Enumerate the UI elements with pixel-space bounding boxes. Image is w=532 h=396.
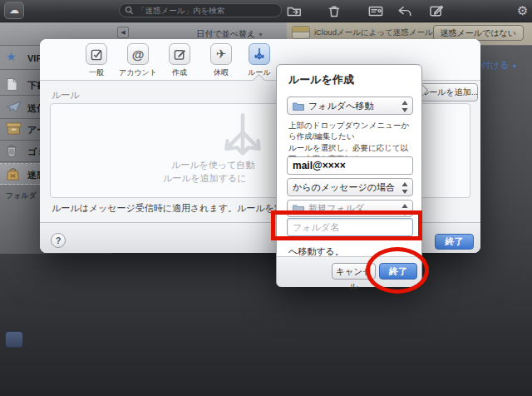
airplane-icon: ✈ — [210, 43, 232, 65]
trash-can-icon — [6, 144, 22, 158]
dimmed-background-icon — [5, 331, 23, 348]
flag-link-label: 付ける — [481, 60, 510, 70]
tab-composing[interactable]: 作成 — [159, 43, 200, 78]
top-toolbar: ☁ ⚙ — [0, 0, 532, 22]
dropdown-value: からのメッセージの場合 — [293, 181, 395, 194]
sort-label: 日付で並べ替え — [197, 29, 256, 38]
search-field[interactable] — [119, 3, 282, 17]
search-icon — [125, 6, 134, 15]
tab-general[interactable]: 一般 — [76, 43, 117, 78]
archive-box-icon — [6, 122, 22, 136]
tab-label: 作成 — [159, 67, 200, 78]
dropdown-value: フォルダへ移動 — [308, 100, 373, 112]
at-icon: @ — [127, 43, 149, 65]
tab-label: アカウント — [117, 67, 159, 78]
back-icon: ◀ — [121, 29, 125, 35]
caret-down-icon: ▼ — [258, 32, 264, 37]
general-checkbox-icon — [86, 43, 107, 65]
sort-control[interactable]: 日付で並べ替え ▼ — [197, 28, 264, 40]
rule-condition-dropdown[interactable]: からのメッセージの場合 — [287, 178, 413, 196]
flag-link[interactable]: 付ける ▼ — [481, 59, 518, 72]
stepper-icon — [401, 101, 408, 112]
folders-section-label: フォルダ — [6, 191, 37, 201]
rules-watermark-icon — [219, 111, 267, 158]
help-button[interactable]: ? — [51, 233, 66, 248]
folder-icon — [293, 101, 304, 111]
draft-page-icon — [6, 77, 22, 92]
add-rule-button[interactable]: ルールを追加... — [420, 83, 478, 101]
annotation-ellipse — [366, 247, 429, 294]
dialog-done-button[interactable]: 終了 — [435, 234, 474, 250]
annotation-rectangle — [271, 210, 422, 240]
rules-caption: ルールはメッセージ受信時に適用されます。ルールを変更した場合、変更 — [52, 202, 278, 215]
junk-stamp-icon[interactable] — [368, 5, 383, 17]
icloud-mail-screen: ☁ ⚙ ◀ 日付で並べ替え ▼ 受信 iCloudメールによっ — [0, 0, 532, 396]
move-to-folder-icon[interactable] — [287, 5, 302, 17]
rule-action-dropdown[interactable]: フォルダへ移動 — [287, 97, 413, 115]
rules-hint-line1: ルールを使って自動 — [171, 159, 254, 171]
tab-vacation[interactable]: ✈ 休暇 — [200, 43, 242, 78]
stepper-icon — [401, 182, 408, 194]
search-input[interactable] — [137, 6, 276, 15]
rules-hint-line2: ルールを追加するに — [163, 172, 247, 185]
sender-address-input[interactable] — [287, 156, 413, 175]
compose-square-icon — [169, 43, 190, 65]
tab-label: 休暇 — [200, 67, 242, 78]
tab-rules[interactable]: ルール — [239, 43, 280, 78]
reply-icon[interactable] — [397, 5, 412, 17]
rules-section-label: ルール — [52, 89, 80, 101]
junk-bag-icon — [6, 167, 22, 181]
collapse-list-button[interactable]: ◀ — [117, 27, 129, 38]
paper-plane-icon — [6, 101, 22, 115]
tab-label: 一般 — [76, 67, 117, 78]
gear-icon[interactable]: ⚙ — [517, 3, 528, 18]
popover-title: ルールを作成 — [288, 72, 354, 87]
caret-down-icon: ▼ — [512, 63, 518, 69]
cloud-icon: ☁ — [9, 4, 19, 16]
star-icon: ★ — [6, 50, 22, 64]
tab-accounts[interactable]: @ アカウント — [117, 43, 159, 78]
rules-arrow-icon — [249, 43, 270, 65]
icloud-badge-icon — [292, 26, 310, 39]
compose-icon[interactable] — [429, 5, 444, 17]
trash-icon[interactable] — [328, 5, 340, 17]
icloud-home-button[interactable]: ☁ — [4, 2, 24, 19]
